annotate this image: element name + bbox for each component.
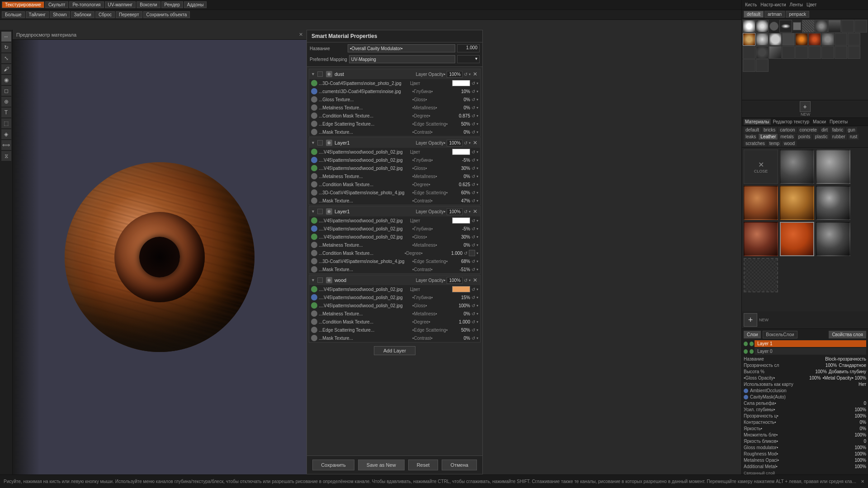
brush-texture1[interactable] [841, 20, 854, 33]
layer-header-layer1b[interactable]: ▼ ⊕ Layer1 Layer Opacity• ↺ ▾ ✕ [309, 206, 480, 216]
tab-addons[interactable]: Аддоны [184, 1, 207, 8]
brush-circle-hard[interactable] [769, 22, 778, 31]
lp-tab-sloi[interactable]: Слои [744, 331, 761, 338]
arrow-dust-2[interactable]: ▾ [476, 98, 478, 102]
brush-c5[interactable] [808, 46, 821, 59]
mat-tab-masks[interactable]: Маски [811, 119, 827, 125]
btn-cancel[interactable]: Отмена [442, 460, 476, 470]
color-l1a-0[interactable] [452, 149, 470, 155]
arrow-dust-3[interactable]: ▾ [476, 106, 478, 110]
tag-fabric[interactable]: fabric [830, 127, 845, 133]
vis-layer1-icon2[interactable] [750, 342, 754, 346]
arrow-dust-0[interactable]: ▾ [476, 81, 478, 85]
tool-scale[interactable]: ⤡ [1, 53, 11, 63]
vis-layer0-icon2[interactable] [750, 349, 754, 354]
brush-noise2[interactable] [815, 20, 828, 33]
layer-opacity-wood[interactable] [447, 277, 462, 284]
vis-layer1b[interactable] [317, 209, 323, 214]
viewport-canvas[interactable] [13, 40, 307, 474]
mat-item-5[interactable] [816, 186, 850, 220]
layer-opacity-layer1b[interactable] [447, 208, 462, 215]
sm-mapping-arrow[interactable]: ▾ [457, 55, 480, 63]
tool-retopo[interactable]: ⧖ [1, 151, 11, 161]
arrow-dust-5[interactable]: ▾ [476, 122, 478, 126]
brush-noise1[interactable] [802, 20, 815, 33]
color-wood-0[interactable] [452, 286, 470, 292]
reset-dust-4[interactable]: ↺ [472, 113, 475, 118]
vis-wood[interactable] [317, 277, 323, 283]
lp-tab-voxel[interactable]: ВоксельСлои [763, 331, 797, 338]
tag-rubber[interactable]: rubber [830, 134, 847, 140]
brush-c8[interactable] [848, 46, 860, 59]
tool-symmetry[interactable]: ⟺ [1, 140, 11, 150]
normal-layer-name[interactable]: Layer 0 [755, 348, 866, 355]
tool-brush[interactable]: 🖌 [1, 64, 11, 74]
btn-save[interactable]: Сохранить [312, 460, 354, 470]
brush-c2[interactable] [769, 46, 782, 59]
close-layer1a[interactable]: ✕ [472, 140, 478, 146]
brush-b3[interactable] [769, 33, 782, 46]
btn-shown[interactable]: Shown [50, 11, 70, 18]
tab-retopo[interactable]: Ре-топология [69, 1, 104, 8]
btn-reset[interactable]: Reset [408, 460, 439, 470]
viewport-close[interactable]: ✕ [299, 32, 303, 38]
reset-l1a-0[interactable]: ↺ [472, 150, 475, 155]
btn-save-as-new[interactable]: Save as New [358, 460, 405, 470]
tag-rust[interactable]: rust [848, 134, 859, 140]
brush-b2[interactable] [756, 33, 769, 46]
sm-mapping-input[interactable] [349, 55, 455, 63]
reset-dust-6[interactable]: ↺ [472, 130, 475, 135]
mat-item-2[interactable] [816, 150, 850, 184]
brush-tab-artman[interactable]: artman [764, 11, 785, 18]
mat-tab-textures[interactable]: Редактор текстур [772, 119, 811, 125]
status-close[interactable]: ✕ [861, 479, 864, 484]
arrow-dust-1[interactable]: ▾ [476, 89, 478, 94]
reset-dust[interactable]: ↺ [464, 72, 467, 77]
reset-dust-1[interactable]: ↺ [472, 89, 475, 94]
reset-dust-3[interactable]: ↺ [472, 105, 475, 110]
brush-oval[interactable] [779, 20, 792, 33]
tag-leaks[interactable]: leaks [744, 134, 758, 140]
tag-cartoon[interactable]: cartoon [778, 127, 797, 133]
tool-clone[interactable]: ⊕ [1, 97, 11, 107]
brush-b5[interactable] [795, 33, 808, 46]
vis-layer1-icon[interactable] [744, 342, 748, 346]
tool-eraser[interactable]: ◻ [1, 86, 11, 96]
tag-metals[interactable]: metals [778, 134, 795, 140]
tool-move[interactable]: ↔ [1, 32, 11, 42]
tag-points[interactable]: points [797, 134, 812, 140]
btn-sbros[interactable]: Сброс [95, 11, 115, 18]
tag-plastic[interactable]: plastic [813, 134, 829, 140]
tab-sculpt[interactable]: Скульпт [45, 1, 69, 8]
tag-temp[interactable]: temp [768, 141, 781, 146]
arrow-dust[interactable]: ▾ [469, 72, 471, 76]
tag-default[interactable]: default [744, 127, 761, 133]
tab-texturing[interactable]: Текстурирование [2, 1, 44, 8]
tool-text[interactable]: T [1, 108, 11, 117]
color-dust-0[interactable] [452, 80, 470, 86]
mat-item-3[interactable] [744, 186, 778, 220]
mat-item-6[interactable] [744, 222, 778, 256]
brush-c3[interactable] [782, 46, 795, 59]
collapse-wood[interactable]: ▼ [311, 278, 315, 282]
vis-layer1a[interactable] [317, 140, 323, 145]
brush-c10[interactable] [756, 59, 769, 72]
new-material-button[interactable]: + [744, 313, 757, 327]
tag-dirt[interactable]: dirt [820, 127, 830, 133]
layer-opacity-dust[interactable] [447, 71, 462, 78]
brush-texture2[interactable] [854, 20, 867, 33]
brush-b7[interactable] [821, 33, 834, 46]
mat-item-4[interactable] [780, 186, 814, 220]
tab-voxels[interactable]: Воксели [137, 1, 160, 8]
tool-mask[interactable]: ◈ [1, 129, 11, 139]
tool-rotate[interactable]: ↻ [1, 42, 11, 52]
arrow-dust-4[interactable]: ▾ [476, 114, 478, 118]
mat-item-7[interactable] [780, 222, 814, 256]
collapse-layer1b[interactable]: ▼ [311, 209, 315, 214]
brush-square[interactable] [793, 22, 801, 30]
lp-tab-props[interactable]: Свойства слоя [829, 331, 866, 338]
brush-c9[interactable] [743, 59, 755, 72]
close-dust[interactable]: ✕ [472, 71, 478, 77]
brush-b9[interactable] [848, 33, 860, 46]
tag-scratches[interactable]: scratches [744, 141, 767, 146]
